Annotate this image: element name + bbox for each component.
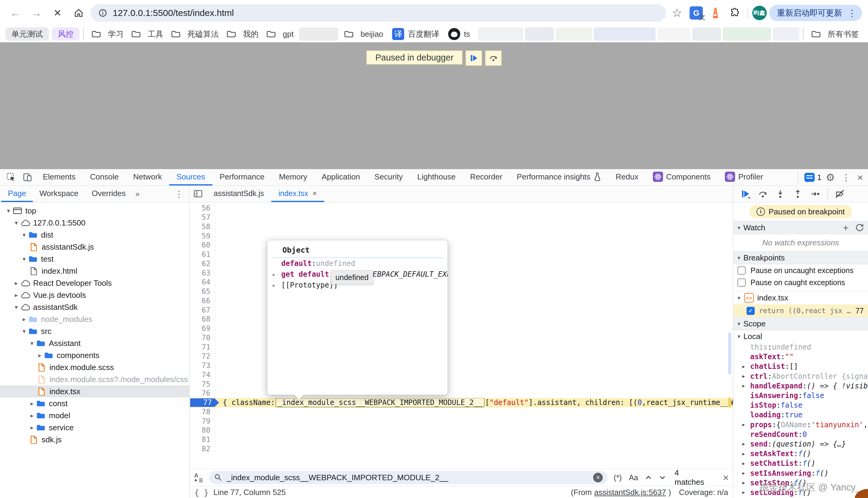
code-line-79[interactable]: 79 (190, 416, 733, 426)
disclosure-open-icon[interactable]: ▾ (13, 219, 20, 226)
search-input[interactable]: _index_module_scss__WEBPACK_IMPORTED_MOD… (209, 471, 608, 484)
expand-icon[interactable]: ▸ (742, 373, 750, 379)
devtools-close-icon[interactable]: × (857, 172, 863, 183)
scope-var-props[interactable]: ▸props: {OAName: 'tianyunxin', (733, 420, 868, 430)
scope-var-chatlist[interactable]: ▸chatList: [] (733, 362, 868, 371)
extensions-puzzle-icon[interactable] (726, 4, 743, 22)
refresh-watch-icon[interactable] (855, 223, 864, 232)
inspect-element-icon[interactable] (3, 171, 19, 184)
collapse-sidebar-icon[interactable] (190, 189, 206, 198)
resume-script-button[interactable] (465, 50, 482, 66)
bookmark-folder-[interactable]: 学习 (87, 29, 127, 39)
expand-icon[interactable]: ▸ (742, 470, 750, 476)
tree-item-src[interactable]: ▾src (0, 325, 189, 337)
breakpoint-file-group[interactable]: ▾ <> index.tsx (733, 291, 868, 304)
devtools-tab-profiler[interactable]: Profiler (718, 169, 770, 185)
previous-match-icon[interactable] (644, 473, 653, 482)
url-bar[interactable]: 127.0.0.1:5500/test/index.html (90, 4, 666, 22)
pause-caught-row[interactable]: Pause on caught exceptions (733, 276, 868, 288)
code-line-56[interactable]: 56 (190, 204, 733, 213)
tree-item-dist[interactable]: ▾dist (0, 229, 189, 241)
tree-item-index-module-scss[interactable]: index.module.scss (0, 361, 189, 374)
devtools-tab-performance-insights[interactable]: Performance insights (510, 169, 609, 185)
tree-item-components[interactable]: ▸components (0, 349, 189, 361)
code-line-77[interactable]: 7777{ className: _index_module_scss__WEB… (190, 398, 733, 407)
breakpoint-checkbox[interactable]: ✓ (746, 307, 755, 315)
devtools-tab-elements[interactable]: Elements (36, 169, 82, 185)
tree-item-react-developer-tools[interactable]: ▸React Developer Tools (0, 277, 189, 289)
tree-item-model[interactable]: ▸model (0, 409, 189, 421)
disclosure-closed-icon[interactable]: ▸ (28, 424, 36, 431)
watch-section-header[interactable]: ▾ Watch + (733, 221, 868, 234)
lighthouse-extension-icon[interactable] (707, 4, 724, 22)
pause-uncaught-row[interactable]: Pause on uncaught exceptions (733, 264, 868, 276)
close-tab-icon[interactable]: × (312, 189, 317, 198)
regex-toggle[interactable]: (*) (612, 473, 623, 482)
stop-loading-icon[interactable]: ✕ (48, 4, 67, 22)
scope-var-resendcount[interactable]: reSendCount: 0 (733, 430, 868, 439)
expand-icon[interactable]: ▸ (742, 364, 750, 370)
scope-var-isstop[interactable]: isStop: false (733, 401, 868, 410)
sidebar-menu-icon[interactable]: ⋮ (170, 189, 188, 199)
issues-counter[interactable]: 1 (804, 173, 821, 182)
disclosure-closed-icon[interactable]: ▸ (13, 291, 20, 299)
sidebar-tab-page[interactable]: Page (1, 186, 33, 202)
more-tabs-chevron[interactable]: » (132, 189, 143, 199)
tree-item-vue-js-devtools[interactable]: ▸Vue.js devtools (0, 289, 189, 301)
source-map-link[interactable]: assistantSdk.js:5637 (594, 488, 666, 497)
disclosure-open-icon[interactable]: ▾ (21, 255, 28, 263)
scope-var-setisanswering[interactable]: ▸setIsAnswering: f () (733, 468, 868, 478)
popup-property-row[interactable]: default: undefined (267, 258, 448, 269)
scope-section-header[interactable]: ▾ Scope (733, 317, 868, 330)
tree-item-assistant[interactable]: ▾Assistant (0, 337, 189, 349)
devtools-tab-network[interactable]: Network (126, 169, 169, 185)
expand-icon[interactable]: ▸ (742, 383, 750, 389)
bookmark-folder-gpt[interactable]: gpt (262, 29, 297, 39)
editor-tab-index-tsx[interactable]: index.tsx× (271, 186, 324, 202)
bookmark-github-ts[interactable]: ts (445, 28, 473, 40)
home-icon[interactable] (69, 4, 88, 22)
expand-icon[interactable]: ▸ (272, 282, 281, 288)
scope-var-isanswering[interactable]: isAnswering: false (733, 391, 868, 401)
clear-search-icon[interactable]: × (593, 473, 603, 482)
devtools-tab-security[interactable]: Security (367, 169, 410, 185)
expand-icon[interactable]: ▸ (272, 271, 281, 278)
disclosure-open-icon[interactable]: ▾ (13, 303, 20, 311)
tree-item-index-module-scss-node-modules-css[interactable]: index.module.scss?./node_modules/css (0, 374, 189, 385)
devtools-tab-recorder[interactable]: Recorder (463, 169, 510, 185)
tree-item-node-modules[interactable]: ▸node_modules (0, 313, 189, 325)
tree-item-index-html[interactable]: index.html (0, 265, 189, 277)
scope-var-setchatlist[interactable]: ▸setChatList: f () (733, 459, 868, 468)
devtools-tab-console[interactable]: Console (82, 169, 126, 185)
devtools-tab-redux[interactable]: Redux (609, 169, 646, 185)
tab-group-chip-[interactable]: 风控 (52, 27, 79, 41)
bookmark-baidu-translate[interactable]: 译 百度翻译 (388, 28, 443, 40)
devtools-tab-sources[interactable]: Sources (169, 169, 212, 185)
translate-icon[interactable]: G (688, 4, 705, 22)
pause-caught-checkbox[interactable] (738, 278, 745, 287)
step-out-icon[interactable] (791, 187, 805, 200)
devtools-tab-lighthouse[interactable]: Lighthouse (410, 169, 463, 185)
scope-var-send[interactable]: ▸send: (question) => {…} (733, 439, 868, 449)
devtools-menu-icon[interactable]: ⋮ (839, 172, 853, 183)
code-line-78[interactable]: 78 (190, 407, 733, 417)
disclosure-open-icon[interactable]: ▾ (21, 328, 28, 335)
deactivate-breakpoints-icon[interactable] (833, 187, 847, 200)
scope-var-asktext[interactable]: askText: "" (733, 352, 868, 362)
disclosure-open-icon[interactable]: ▾ (5, 207, 12, 214)
bookmark-star-icon[interactable]: ☆ (668, 4, 685, 22)
editor-tab-assistantsdk-js[interactable]: assistantSdk.js (206, 186, 271, 202)
step-over-icon[interactable] (756, 187, 770, 200)
chrome-update-button[interactable]: 重新启动即可更新 ⋮ (769, 5, 862, 21)
disclosure-open-icon[interactable]: ▾ (28, 340, 36, 347)
scope-var-loading[interactable]: loading: true (733, 410, 868, 420)
scope-var-ctrl[interactable]: ▸ctrl: AbortController {signal: (733, 371, 868, 381)
replace-toggle-icon[interactable]: AB (194, 472, 204, 483)
tree-item-index-tsx[interactable]: index.tsx (0, 385, 189, 397)
expand-icon[interactable]: ▸ (742, 421, 750, 428)
expand-icon[interactable]: ▸ (742, 480, 750, 486)
breakpoint-entry[interactable]: ✓ return ((0,react_jsx_… 77 (733, 304, 868, 317)
step-into-icon[interactable] (773, 187, 788, 200)
code-line-59[interactable]: 59 (190, 231, 733, 240)
expand-icon[interactable]: ▸ (742, 460, 750, 467)
